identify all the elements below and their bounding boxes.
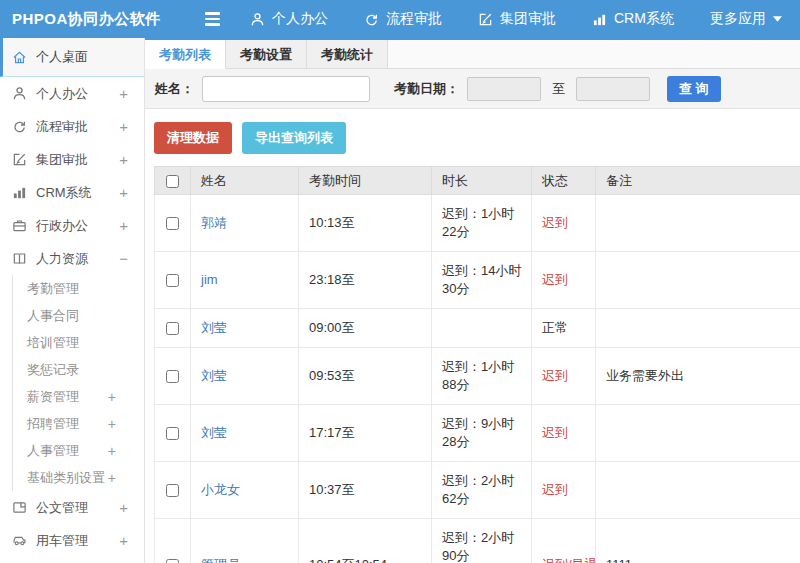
sidebar-subitem-personnel-management[interactable]: 人事管理 + (13, 437, 144, 464)
attendance-table: 姓名 考勤时间 时长 状态 备注 郭靖 10:13至 迟到：1小时22分 迟到 … (154, 166, 800, 563)
sidebar-item-group-approval[interactable]: 集团审批 + (0, 143, 144, 176)
duration-cell: 迟到：1小时88分 (432, 348, 532, 405)
duration-cell: 迟到：2小时90分早退：7小时10分 (432, 519, 532, 563)
table-actions: 清理数据 导出查询列表 (145, 109, 800, 159)
attendance-time: 10:37至 (299, 462, 432, 519)
edit-icon (12, 152, 28, 168)
sidebar-subitem-salary-management[interactable]: 薪资管理 + (13, 383, 144, 410)
top-bar: PHPOA协同办公软件 个人办公 流程审批 集团审批 CRM系统 更多应用 (0, 0, 800, 38)
duration-cell: 迟到：2小时62分 (432, 462, 532, 519)
employee-name-link[interactable]: 刘莹 (201, 425, 227, 440)
header-name: 姓名 (191, 167, 299, 195)
main-content: 考勤列表 考勤设置 考勤统计 姓名： 考勤日期： 至 查 询 清理数据 导出查询… (145, 38, 800, 563)
table-row: jim 23:18至 迟到：14小时30分 迟到 (155, 252, 800, 309)
sidebar-item-vehicle-management[interactable]: 用车管理 + (0, 524, 144, 557)
hamburger-menu-icon[interactable] (205, 12, 220, 26)
sidebar-item-personal-office[interactable]: 个人办公 + (0, 77, 144, 110)
employee-name-link[interactable]: 郭靖 (201, 215, 227, 230)
note-cell (596, 195, 800, 252)
sidebar: 个人桌面 个人办公 + 流程审批 + 集团审批 + CRM系统 + 行政办公 +… (0, 38, 145, 563)
tab-attendance-settings[interactable]: 考勤设置 (226, 40, 307, 68)
date-from-input[interactable] (467, 77, 541, 101)
hr-submenu: 考勤管理 人事合同 培训管理 奖惩记录 薪资管理 + 招聘管理 + 人事管理 +… (12, 275, 144, 491)
duration-cell: 迟到：14小时30分 (432, 252, 532, 309)
date-to-label: 至 (552, 80, 565, 98)
sidebar-item-document-management[interactable]: 公文管理 + (0, 491, 144, 524)
header-status: 状态 (532, 167, 596, 195)
book-icon (12, 251, 28, 267)
attendance-time: 10:54至10:54 (299, 519, 432, 563)
attendance-time: 09:00至 (299, 309, 432, 348)
name-input[interactable] (202, 76, 370, 102)
employee-name-link[interactable]: 刘莹 (201, 368, 227, 383)
caret-down-icon (773, 16, 782, 22)
employee-name-link[interactable]: 管理员 (201, 557, 240, 563)
car-icon (12, 533, 28, 549)
export-list-button[interactable]: 导出查询列表 (242, 122, 346, 154)
topnav-crm[interactable]: CRM系统 (592, 10, 674, 28)
row-checkbox[interactable] (166, 217, 179, 230)
note-cell: 业务需要外出 (596, 348, 800, 405)
topnav-group-approval[interactable]: 集团审批 (478, 10, 556, 28)
topnav-more-apps[interactable]: 更多应用 (710, 10, 782, 28)
sidebar-subitem-reward-punishment[interactable]: 奖惩记录 (13, 356, 144, 383)
status-text: 迟到 (542, 425, 568, 440)
document-icon (12, 500, 28, 516)
name-label: 姓名： (155, 80, 194, 98)
sidebar-item-workflow-approval[interactable]: 流程审批 + (0, 110, 144, 143)
duration-cell: 迟到：9小时28分 (432, 405, 532, 462)
topnav-workflow-approval[interactable]: 流程审批 (364, 10, 442, 28)
row-checkbox[interactable] (166, 370, 179, 383)
sidebar-subitem-training-management[interactable]: 培训管理 (13, 329, 144, 356)
row-checkbox[interactable] (166, 322, 179, 335)
sidebar-subitem-base-category-settings[interactable]: 基础类别设置 + (13, 464, 144, 491)
status-text: 迟到 (542, 215, 568, 230)
tab-strip: 考勤列表 考勤设置 考勤统计 (145, 38, 800, 69)
sidebar-item-human-resources[interactable]: 人力资源 − (0, 242, 144, 275)
note-cell (596, 462, 800, 519)
row-checkbox[interactable] (166, 274, 179, 287)
tab-attendance-statistics[interactable]: 考勤统计 (307, 40, 388, 68)
header-time: 考勤时间 (299, 167, 432, 195)
employee-name-link[interactable]: 刘莹 (201, 320, 227, 335)
sidebar-subitem-hr-contract[interactable]: 人事合同 (13, 302, 144, 329)
sidebar-item-desktop[interactable]: 个人桌面 (0, 38, 144, 77)
status-text: 正常 (542, 320, 568, 335)
header-duration: 时长 (432, 167, 532, 195)
workflow-icon (12, 119, 28, 135)
employee-name-link[interactable]: jim (201, 272, 218, 287)
user-icon (12, 86, 28, 102)
row-checkbox[interactable] (166, 427, 179, 440)
user-icon (250, 12, 265, 27)
tab-attendance-list[interactable]: 考勤列表 (145, 40, 226, 69)
app-logo: PHPOA协同办公软件 (0, 10, 145, 29)
attendance-time: 23:18至 (299, 252, 432, 309)
briefcase-icon (12, 218, 28, 234)
table-row: 郭靖 10:13至 迟到：1小时22分 迟到 (155, 195, 800, 252)
sidebar-item-admin-office[interactable]: 行政办公 + (0, 209, 144, 242)
row-checkbox[interactable] (166, 559, 179, 563)
table-row: 刘莹 09:00至 正常 (155, 309, 800, 348)
top-navigation: 个人办公 流程审批 集团审批 CRM系统 更多应用 (250, 10, 782, 28)
attendance-time: 10:13至 (299, 195, 432, 252)
search-button[interactable]: 查 询 (667, 76, 721, 102)
clear-data-button[interactable]: 清理数据 (154, 122, 232, 154)
select-all-checkbox[interactable] (166, 175, 179, 188)
duration-cell (432, 309, 532, 348)
status-text: 迟到 (542, 272, 568, 287)
date-to-input[interactable] (576, 77, 650, 101)
sidebar-item-crm[interactable]: CRM系统 + (0, 176, 144, 209)
table-row: 管理员 10:54至10:54 迟到：2小时90分早退：7小时10分 迟到/早退… (155, 519, 800, 563)
employee-name-link[interactable]: 小龙女 (201, 482, 240, 497)
status-text: 迟到 (542, 482, 568, 497)
bar-chart-icon (12, 185, 28, 201)
table-row: 刘莹 09:53至 迟到：1小时88分 迟到 业务需要外出 (155, 348, 800, 405)
note-cell (596, 252, 800, 309)
topnav-personal-office[interactable]: 个人办公 (250, 10, 328, 28)
home-icon (12, 49, 28, 65)
sidebar-subitem-attendance-management[interactable]: 考勤管理 (13, 275, 144, 302)
status-text: 迟到/早退 (542, 557, 598, 563)
attendance-time: 17:17至 (299, 405, 432, 462)
sidebar-subitem-recruitment-management[interactable]: 招聘管理 + (13, 410, 144, 437)
row-checkbox[interactable] (166, 484, 179, 497)
